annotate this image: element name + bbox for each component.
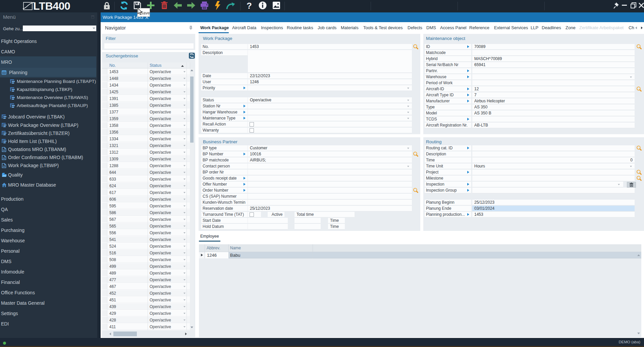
svg-text:LTB400: LTB400 [33,1,70,11]
